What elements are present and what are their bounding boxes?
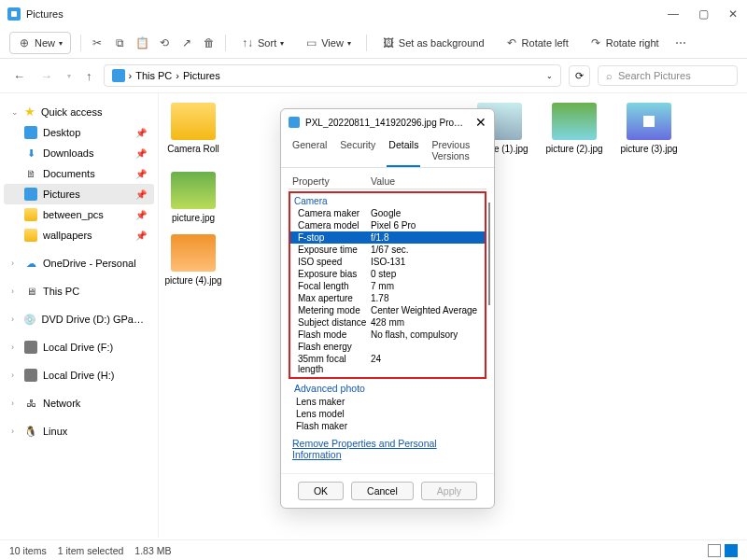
view-button[interactable]: ▭ View ▾ (299, 33, 357, 53)
recent-button[interactable]: ▾ (63, 70, 75, 82)
maximize-button[interactable]: ▢ (697, 7, 710, 21)
sidebar-label: Local Drive (H:) (43, 370, 114, 381)
property-row[interactable]: Camera makerGoogle (290, 207, 485, 219)
sidebar-item-wallpapers[interactable]: › wallpapers 📌 (4, 225, 154, 245)
file-item[interactable]: picture.jpg (164, 172, 222, 223)
property-row[interactable]: Focal length7 mm (290, 280, 485, 292)
image-icon: 🖼 (382, 36, 395, 49)
sidebar-linux[interactable]: › 🐧 Linux (4, 421, 154, 441)
minimize-button[interactable]: — (667, 7, 680, 21)
property-row[interactable]: Exposure time1/67 sec. (290, 244, 485, 256)
sidebar: ⌄ ★ Quick access › Desktop 📌 › ⬇ Downloa… (0, 93, 159, 538)
dialog-titlebar[interactable]: PXL_20220811_141920296.jpg Properties ✕ (281, 109, 494, 135)
sidebar-item-label: Pictures (43, 189, 80, 200)
file-item[interactable]: picture (4).jpg (164, 234, 222, 286)
sidebar-item-label: between_pcs (43, 209, 104, 220)
sidebar-item-downloads[interactable]: › ⬇ Downloads 📌 (4, 143, 154, 163)
documents-icon: 🗎 (24, 167, 37, 180)
share-button[interactable]: ↗ (180, 36, 193, 49)
sidebar-item-desktop[interactable]: › Desktop 📌 (4, 122, 154, 143)
sidebar-onedrive[interactable]: › ☁ OneDrive - Personal (4, 253, 154, 273)
sidebar-item-between-pcs[interactable]: › between_pcs 📌 (4, 204, 154, 225)
apply-button[interactable]: Apply (421, 482, 477, 500)
more-button[interactable]: ⋯ (674, 36, 687, 49)
sidebar-network[interactable]: › 🖧 Network (4, 393, 154, 413)
property-row[interactable]: 35mm focal length24 (290, 353, 485, 375)
property-row[interactable]: Exposure bias0 step (290, 268, 485, 280)
rotate-left-button[interactable]: ↶ Rotate left (500, 33, 574, 53)
sidebar-label: Network (43, 398, 80, 409)
property-row[interactable]: Max aperture1.78 (290, 292, 485, 304)
forward-button[interactable]: → (36, 67, 56, 85)
cut-button[interactable]: ✂ (91, 36, 104, 49)
file-item[interactable]: picture (3).jpg (620, 103, 678, 223)
details-view-button[interactable] (708, 544, 721, 557)
property-row[interactable]: Subject distance428 mm (290, 316, 485, 329)
chevron-right-icon: › (11, 371, 19, 380)
property-row[interactable]: ISO speedISO-131 (290, 256, 485, 268)
star-icon: ★ (24, 105, 35, 119)
pin-icon: 📌 (135, 210, 147, 220)
refresh-button[interactable]: ⟳ (569, 65, 590, 87)
sort-button[interactable]: ↑↓ Sort ▾ (235, 33, 289, 53)
pin-icon: 📌 (135, 148, 147, 159)
sidebar-this-pc[interactable]: › 🖥 This PC (4, 281, 154, 301)
sidebar-label: Linux (43, 426, 67, 437)
new-label: New (35, 37, 55, 49)
sidebar-item-pictures[interactable]: › Pictures 📌 (4, 184, 154, 204)
file-item[interactable]: picture (2).jpg (545, 103, 603, 223)
delete-button[interactable]: 🗑 (203, 36, 216, 49)
property-row[interactable]: Metering modeCenter Weighted Average (290, 304, 485, 316)
app-icon (7, 7, 21, 21)
category-camera: Camera (290, 195, 485, 207)
property-row[interactable]: Flash modeNo flash, compulsory (290, 329, 485, 341)
thumbnails-view-button[interactable] (725, 544, 738, 557)
paste-button[interactable]: 📋 (135, 36, 148, 49)
property-row[interactable]: Camera modelPixel 6 Pro (290, 219, 485, 231)
downloads-icon: ⬇ (24, 147, 37, 160)
remove-properties-link[interactable]: Remove Properties and Personal Informati… (289, 432, 486, 466)
dialog-title: PXL_20220811_141920296.jpg Properties (305, 118, 464, 128)
sidebar-drive-h[interactable]: › Local Drive (H:) (4, 365, 154, 385)
chevron-down-icon[interactable]: ⌄ (546, 72, 553, 80)
rename-button[interactable]: ⟲ (158, 36, 171, 49)
sidebar-quick-access[interactable]: ⌄ ★ Quick access (4, 101, 154, 122)
image-thumbnail (171, 234, 216, 272)
dialog-buttons: OK Cancel Apply (281, 473, 494, 508)
breadcrumb[interactable]: › This PC › Pictures ⌄ (104, 64, 562, 87)
property-row[interactable]: Flash energy (290, 341, 485, 353)
status-count: 10 items (9, 545, 47, 556)
sidebar-item-label: Downloads (43, 147, 93, 159)
desktop-icon (24, 126, 37, 139)
property-row-selected[interactable]: F-stopf/1.8 (290, 231, 485, 244)
tab-details[interactable]: Details (387, 135, 420, 167)
sidebar-dvd[interactable]: › 💿 DVD Drive (D:) GParted-live (4, 309, 154, 329)
property-row[interactable]: Lens model (289, 408, 486, 420)
new-button[interactable]: ⊕ New ▾ (9, 32, 71, 54)
property-row[interactable]: Lens maker (289, 396, 486, 408)
dialog-close-button[interactable]: ✕ (475, 115, 486, 130)
set-background-button[interactable]: 🖼 Set as background (376, 33, 490, 53)
tab-general[interactable]: General (290, 135, 329, 167)
cancel-button[interactable]: Cancel (351, 482, 414, 500)
scrollbar[interactable] (488, 203, 490, 305)
ok-button[interactable]: OK (298, 482, 344, 500)
sidebar-item-documents[interactable]: › 🗎 Documents 📌 (4, 163, 154, 184)
tab-previous-versions[interactable]: Previous Versions (430, 135, 485, 167)
copy-button[interactable]: ⧉ (113, 36, 126, 49)
search-icon: ⌕ (606, 70, 613, 81)
rotate-right-button[interactable]: ↷ Rotate right (584, 33, 665, 53)
search-input[interactable]: ⌕ Search Pictures (598, 65, 738, 86)
up-button[interactable]: ↑ (82, 67, 96, 85)
breadcrumb-current[interactable]: Pictures (183, 70, 220, 81)
property-row[interactable]: Flash maker (289, 420, 486, 432)
file-label: picture (2).jpg (545, 144, 602, 154)
sidebar-drive-f[interactable]: › Local Drive (F:) (4, 337, 154, 357)
close-button[interactable]: ✕ (726, 7, 740, 21)
back-button[interactable]: ← (9, 67, 29, 85)
chevron-right-icon: › (11, 399, 19, 408)
breadcrumb-root[interactable]: This PC (135, 70, 172, 81)
drive-icon (24, 369, 37, 382)
tab-security[interactable]: Security (338, 135, 377, 167)
statusbar: 10 items 1 item selected 1.83 MB (0, 539, 747, 560)
